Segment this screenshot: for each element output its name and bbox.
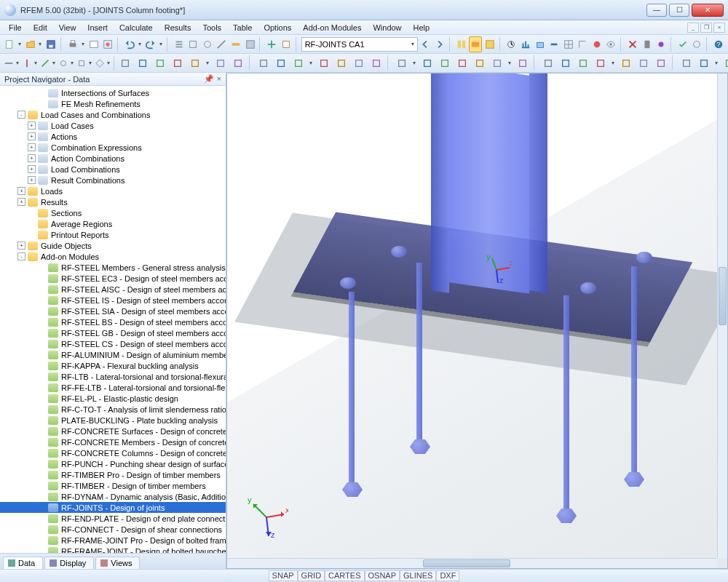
menu-options[interactable]: Options <box>258 22 297 33</box>
status-cell-dxf[interactable]: DXF <box>436 570 459 581</box>
tree-item[interactable]: RF-STEEL CS - Design of steel members ac… <box>0 338 226 349</box>
toolbar-icon[interactable] <box>696 55 712 71</box>
dropdown-icon[interactable]: ▾ <box>81 41 85 47</box>
tree-item[interactable]: RF-FE-LTB - Lateral-torsional and torsio… <box>0 382 226 393</box>
tab-display[interactable]: Display <box>44 557 94 569</box>
dropdown-icon[interactable]: ▾ <box>138 41 142 47</box>
mdi-minimize-button[interactable]: _ <box>687 23 699 33</box>
menu-view[interactable]: View <box>53 22 82 33</box>
close-icon[interactable]: × <box>217 74 221 84</box>
navigator-tree[interactable]: Intersections of SurfacesFE Mesh Refinem… <box>0 86 226 553</box>
new-file-button[interactable] <box>3 36 16 52</box>
viewport-scrollbar-horizontal[interactable] <box>227 558 717 568</box>
toolbar-icon[interactable] <box>87 36 100 52</box>
toolbar-icon[interactable] <box>102 36 115 52</box>
toolbar-icon[interactable] <box>678 55 695 71</box>
dropdown-icon[interactable]: ▾ <box>107 60 110 66</box>
toolbar-icon[interactable] <box>39 55 51 71</box>
toolbar-icon[interactable] <box>654 36 668 52</box>
toolbar-icon[interactable] <box>135 55 151 71</box>
3d-viewport[interactable]: x y z x y z <box>226 73 728 569</box>
toolbar-icon[interactable] <box>187 55 203 71</box>
toolbar-icon[interactable] <box>653 55 669 71</box>
toolbar-icon[interactable] <box>483 36 496 52</box>
tree-item[interactable]: +Result Combinations <box>0 175 226 186</box>
status-cell-osnap[interactable]: OSNAP <box>365 570 400 581</box>
toolbar-icon[interactable] <box>152 55 168 71</box>
menu-file[interactable]: File <box>3 22 28 33</box>
help-button[interactable]: ? <box>712 36 725 52</box>
toolbar-icon[interactable] <box>76 55 87 71</box>
tree-item[interactable]: +Combination Expressions <box>0 142 226 153</box>
tree-item[interactable]: -Load Cases and Combinations <box>0 109 226 120</box>
dropdown-icon[interactable]: ▾ <box>38 41 42 47</box>
menu-calculate[interactable]: Calculate <box>114 22 159 33</box>
tree-item[interactable]: -Add-on Modules <box>0 251 226 262</box>
tree-item[interactable]: PLATE-BUCKLING - Plate buckling analysis <box>0 415 226 426</box>
pin-icon[interactable]: 📌 <box>204 74 214 84</box>
menu-edit[interactable]: Edit <box>28 22 53 33</box>
status-cell-glines[interactable]: GLINES <box>400 570 436 581</box>
menu-window[interactable]: Window <box>367 22 407 33</box>
tree-item[interactable]: RF-KAPPA - Flexural buckling analysis <box>0 360 226 371</box>
tree-item[interactable]: +Loads <box>0 186 226 196</box>
tree-item[interactable]: +Results <box>0 196 226 207</box>
toolbar-icon[interactable] <box>590 36 604 52</box>
mdi-restore-button[interactable]: ❐ <box>700 23 712 33</box>
toolbar-icon[interactable] <box>489 55 505 71</box>
tree-item[interactable]: RF-CONCRETE Columns - Design of concrete… <box>0 447 226 458</box>
toolbar-icon[interactable] <box>201 36 214 52</box>
tab-data[interactable]: Data <box>3 557 43 569</box>
toolbar-icon[interactable] <box>519 36 532 52</box>
dropdown-icon[interactable]: ▾ <box>16 60 19 66</box>
toolbar-icon[interactable] <box>244 36 257 52</box>
toolbar-icon[interactable] <box>170 55 186 71</box>
toolbar-icon[interactable] <box>515 55 531 71</box>
tree-item[interactable]: RF-FRAME-JOINT Pro - Design of bolted fr… <box>0 535 226 546</box>
toolbar-icon[interactable] <box>280 36 293 52</box>
tree-item[interactable]: RF-TIMBER - Design of timber members <box>0 480 226 491</box>
toolbar-icon[interactable] <box>265 36 278 52</box>
toolbar-icon[interactable] <box>575 55 591 71</box>
tree-item[interactable]: RF-END-PLATE - Design of end plate conne… <box>0 513 226 524</box>
tree-item[interactable]: RF-LTB - Lateral-torsional and torsional… <box>0 371 226 382</box>
dropdown-icon[interactable]: ▾ <box>205 55 210 71</box>
window-minimize-button[interactable]: — <box>646 4 667 17</box>
dropdown-icon[interactable]: ▾ <box>17 41 22 47</box>
tree-item[interactable]: +Guide Objects <box>0 240 226 251</box>
window-maximize-button[interactable]: ☐ <box>669 4 689 17</box>
tree-item[interactable]: RF-C-TO-T - Analysis of limit slendernes… <box>0 404 226 415</box>
toolbar-icon[interactable] <box>540 55 556 71</box>
tree-item[interactable]: Average Regions <box>0 218 226 229</box>
dropdown-icon[interactable]: ▾ <box>34 60 37 66</box>
toolbar-icon[interactable] <box>230 55 246 71</box>
toolbar-icon[interactable] <box>333 55 349 71</box>
tree-item[interactable]: RF-PUNCH - Punching shear design of surf… <box>0 458 226 469</box>
tree-item[interactable]: RF-DYNAM - Dynamic analysis (Basic, Addi… <box>0 491 226 502</box>
tree-item[interactable]: RF-STEEL BS - Design of steel members ac… <box>0 316 226 327</box>
dropdown-icon[interactable]: ▾ <box>71 60 74 66</box>
tree-item[interactable]: RF-FRAME-JOINT - Design of bolted haunch… <box>0 546 226 553</box>
toolbar-icon[interactable] <box>94 55 106 71</box>
status-cell-snap[interactable]: SNAP <box>269 570 298 581</box>
toolbar-icon[interactable] <box>394 55 410 71</box>
tree-item[interactable]: +Action Combinations <box>0 153 226 164</box>
tree-item[interactable]: RF-STEEL SIA - Design of steel members a… <box>0 306 226 316</box>
print-button[interactable] <box>66 36 79 52</box>
toolbar-icon[interactable] <box>229 36 242 52</box>
toolbar-icon[interactable] <box>636 55 652 71</box>
dropdown-icon[interactable]: ▾ <box>610 55 616 71</box>
toolbar-icon[interactable] <box>691 36 704 52</box>
open-file-button[interactable] <box>24 36 37 52</box>
toolbar-icon[interactable] <box>316 55 332 71</box>
toolbar-icon[interactable] <box>505 36 518 52</box>
toolbar-icon[interactable] <box>618 55 634 71</box>
menu-addon-modules[interactable]: Add-on Modules <box>297 22 367 33</box>
tab-views[interactable]: Views <box>95 557 140 569</box>
toolbar-icon[interactable] <box>605 36 618 52</box>
tree-item[interactable]: RF-STEEL Members - General stress analys… <box>0 262 226 273</box>
dropdown-icon[interactable]: ▾ <box>411 55 417 71</box>
tree-item[interactable]: Intersections of Surfaces <box>0 87 226 98</box>
tree-item[interactable]: RF-CONCRETE Surfaces - Design of concret… <box>0 426 226 436</box>
toolbar-icon[interactable] <box>593 55 609 71</box>
